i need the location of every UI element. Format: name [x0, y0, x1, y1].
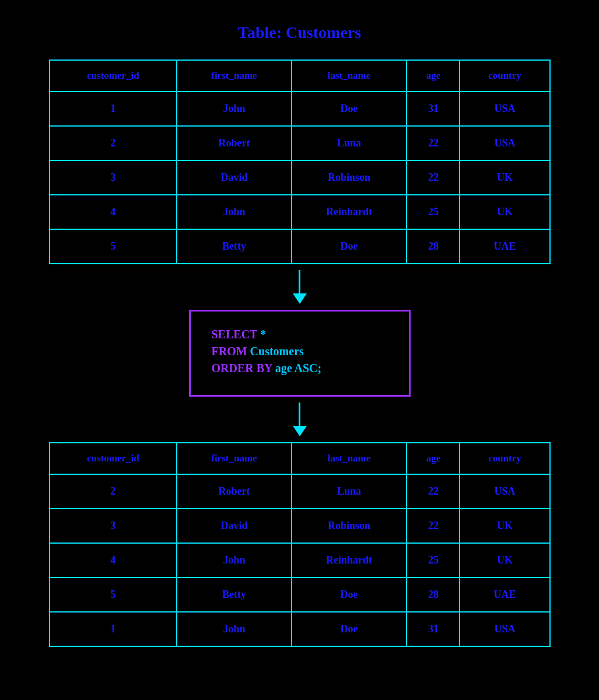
table-cell: 5: [50, 578, 177, 612]
sql-select-rest: *: [257, 328, 266, 341]
table-cell: UK: [460, 543, 549, 578]
table-cell: 2: [50, 474, 177, 509]
top-table: customer_idfirst_namelast_nameagecountry…: [49, 60, 551, 264]
table-row: 1JohnDoe31USA: [50, 92, 550, 126]
page-title: Table: Customers: [238, 23, 361, 42]
bottom-table: customer_idfirst_namelast_nameagecountry…: [49, 442, 551, 647]
table-cell: Betty: [177, 229, 291, 264]
table-cell: UK: [460, 160, 549, 195]
page-container: Table: Customers customer_idfirst_namela…: [0, 0, 599, 700]
arrow-head-2: [293, 426, 307, 436]
table-cell: Luna: [292, 126, 407, 160]
table-cell: 4: [50, 195, 177, 229]
bottom-table-header: age: [407, 443, 460, 474]
table-row: 2RobertLuna22USA: [50, 474, 550, 509]
sql-keyword-orderby: ORDER BY: [212, 362, 272, 374]
table-cell: Doe: [292, 612, 407, 646]
table-cell: UK: [460, 509, 549, 543]
table-cell: 25: [407, 543, 460, 578]
arrow-line-2: [299, 402, 300, 426]
arrow-down-2: [293, 402, 307, 436]
table-row: 5BettyDoe28UAE: [50, 229, 550, 264]
table-cell: 31: [407, 612, 460, 646]
table-row: 4JohnReinhardt25UK: [50, 195, 550, 229]
top-table-header: age: [407, 60, 460, 92]
table-cell: 2: [50, 126, 177, 160]
table-cell: 1: [50, 612, 177, 646]
table-cell: Betty: [177, 578, 291, 612]
table-row: 4JohnReinhardt25UK: [50, 543, 550, 578]
table-cell: 1: [50, 92, 177, 126]
table-cell: John: [177, 543, 291, 578]
table-cell: 25: [407, 195, 460, 229]
table-cell: USA: [460, 474, 549, 509]
table-cell: Luna: [292, 474, 407, 509]
table-cell: John: [177, 92, 291, 126]
table-cell: 22: [407, 474, 460, 509]
sql-from-rest: Customers: [247, 345, 304, 358]
table-row: 5BettyDoe28UAE: [50, 578, 550, 612]
table-cell: David: [177, 160, 291, 195]
table-row: 1JohnDoe31USA: [50, 612, 550, 646]
table-cell: 22: [407, 160, 460, 195]
table-row: 3DavidRobinson22UK: [50, 509, 550, 543]
bottom-table-header: last_name: [292, 443, 407, 474]
table-cell: Reinhardt: [292, 195, 407, 229]
table-cell: Doe: [292, 578, 407, 612]
table-cell: Reinhardt: [292, 543, 407, 578]
table-cell: 3: [50, 160, 177, 195]
table-cell: David: [177, 509, 291, 543]
table-cell: 3: [50, 509, 177, 543]
sql-orderby-rest: age ASC;: [272, 362, 321, 374]
arrow-line-1: [299, 270, 300, 293]
top-table-header: last_name: [292, 60, 407, 92]
table-cell: John: [177, 195, 291, 229]
table-cell: 4: [50, 543, 177, 578]
sql-line-3: ORDER BY age ASC;: [212, 362, 388, 375]
arrow-head-1: [293, 293, 307, 304]
table-cell: UAE: [460, 578, 549, 612]
table-cell: 22: [407, 509, 460, 543]
table-cell: John: [177, 612, 291, 646]
sql-keyword-from: FROM: [212, 345, 247, 358]
table-cell: 28: [407, 229, 460, 264]
table-cell: 31: [407, 92, 460, 126]
table-cell: Robert: [177, 126, 291, 160]
top-table-header: customer_id: [50, 60, 177, 92]
table-cell: UK: [460, 195, 549, 229]
table-cell: USA: [460, 126, 549, 160]
bottom-table-header: customer_id: [50, 443, 177, 474]
sql-line-1: SELECT *: [212, 328, 388, 341]
bottom-table-header: country: [460, 443, 549, 474]
table-row: 3DavidRobinson22UK: [50, 160, 550, 195]
top-table-header: first_name: [177, 60, 291, 92]
table-cell: Robinson: [292, 509, 407, 543]
table-cell: Doe: [292, 92, 407, 126]
table-cell: 22: [407, 126, 460, 160]
sql-line-2: FROM Customers: [212, 345, 388, 358]
table-cell: UAE: [460, 229, 549, 264]
table-cell: 28: [407, 578, 460, 612]
table-cell: Doe: [292, 229, 407, 264]
table-cell: USA: [460, 92, 549, 126]
bottom-table-header: first_name: [177, 443, 291, 474]
sql-keyword-select: SELECT: [212, 328, 258, 341]
table-cell: USA: [460, 612, 549, 646]
arrow-down-1: [293, 270, 307, 304]
sql-box: SELECT * FROM Customers ORDER BY age ASC…: [189, 310, 411, 397]
table-cell: Robert: [177, 474, 291, 509]
table-cell: 5: [50, 229, 177, 264]
table-row: 2RobertLuna22USA: [50, 126, 550, 160]
table-cell: Robinson: [292, 160, 407, 195]
top-table-header: country: [460, 60, 549, 92]
